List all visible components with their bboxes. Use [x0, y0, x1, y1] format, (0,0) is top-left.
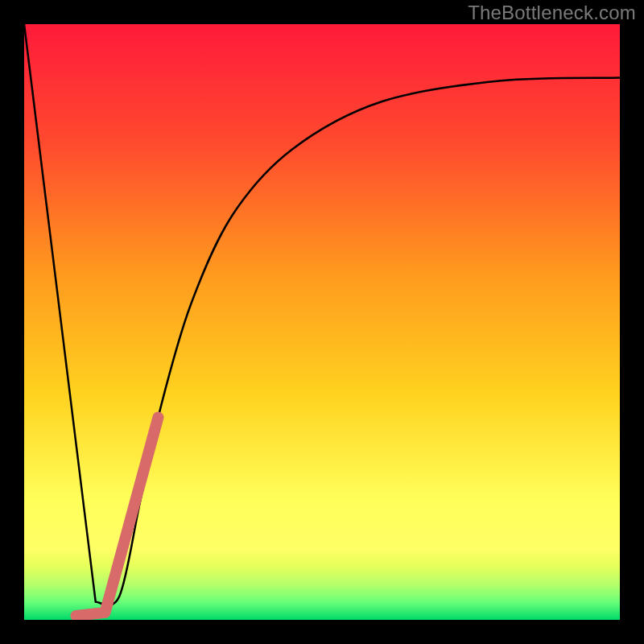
bottleneck-chart — [24, 24, 620, 620]
chart-frame: TheBottleneck.com — [0, 0, 644, 644]
plot-area — [24, 24, 620, 620]
attribution-watermark: TheBottleneck.com — [468, 2, 636, 25]
gradient-background — [24, 24, 620, 620]
